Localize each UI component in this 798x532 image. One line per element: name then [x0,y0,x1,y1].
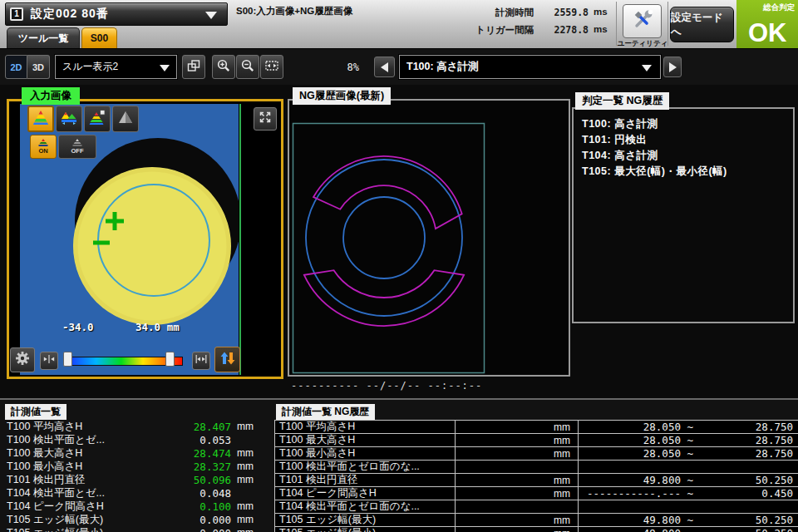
measure-name: T105 エッジ幅(最大) [0,513,155,527]
zoom-in-button[interactable] [212,55,235,79]
fit-view-button[interactable] [260,55,283,79]
view-name-label: S00:入力画像+NG履歴画像 [236,5,352,17]
display-mode-dropdown[interactable]: スルー表示2 [55,55,177,79]
limit-row-name: T105 エッジ幅(最大) [275,513,454,527]
chevron-down-icon [642,65,652,71]
display-mode-buttons [27,106,139,132]
limit-row-low: 28.050 ~ [577,447,693,460]
overlay-on-button[interactable]: ON [30,135,57,159]
scale-min-label: -34.0 [62,321,94,333]
gray-image-button[interactable] [112,106,139,132]
measure-time-value: 2559.8 [534,7,589,19]
image-edge-line [239,104,241,375]
measure-value: 0.048 [155,487,231,500]
measure-unit: mm [231,421,264,432]
display-region-button[interactable] [182,55,205,79]
arrow-left-icon [381,62,388,72]
settings-button[interactable] [10,347,35,372]
measure-list-title: 計測値一覧 [5,404,66,420]
measure-name: T100 検出平面とゼ... [0,433,155,447]
limit-row-low: 49.800 ~ [577,527,693,532]
zoom-out-icon [240,58,255,76]
limit-row-unit: mm [454,448,577,460]
limit-row-high: 50.250 [693,474,798,486]
trigger-interval-label: トリガー間隔 [459,24,534,37]
scale-direction-button[interactable] [214,347,240,372]
table-row: T105 エッジ幅(最大) mm 49.800 ~ 50.250 [275,513,798,526]
measure-row: T104 検出平面とゼ... 0.048 [0,486,274,500]
overlay-off-label: OFF [71,148,84,155]
height-zero-plane-button[interactable] [84,106,111,132]
height-profile-button[interactable] [56,106,82,132]
setup-mode-button[interactable]: 設定モードへ [670,7,734,42]
view-3d-button[interactable]: 3D [27,55,50,79]
limit-row-low: 28.050 ~ [577,434,693,446]
scale-expand-button[interactable] [192,352,210,370]
zoom-level-value: 8% [329,62,359,73]
height-mountains-icon [61,109,77,129]
limit-row-unit: mm [454,515,577,526]
ng-image-panel[interactable] [288,99,570,377]
measure-value: 0.100 [155,500,231,513]
scale-compress-button[interactable] [40,352,58,370]
ng-limit-table-title: 計測値一覧 NG履歴 [276,404,375,420]
measure-name: T100 最小高さH [0,460,155,474]
table-row: T104 ピーク間高さH mm -----------.--- ~ 0.450 [275,486,798,500]
measure-row: T100 平均高さH 28.407 mm [0,420,274,433]
scale-max-label: 34.0 mm [135,321,180,333]
measure-name: T101 検出円直径 [0,473,155,487]
table-row: T101 検出円直径 mm 49.800 ~ 50.250 [275,473,798,486]
fullscreen-button[interactable] [254,107,277,131]
chevron-down-icon [205,12,217,19]
limit-row-name: T105 エッジ幅(最小) [275,526,454,532]
tool-select-dropdown[interactable]: T100: 高さ計測 [399,55,661,79]
limit-row-unit: mm [454,475,577,486]
table-row: T100 最大高さH mm 28.050 ~ 28.750 [275,433,798,446]
table-divider [578,420,579,532]
expand-horizontal-icon [195,352,208,369]
titlebar: 1 設定002 80番 S00:入力画像+NG履歴画像 計測時間 2559.8 … [0,0,798,48]
measurement-section: 計測値一覧 T100 平均高さH 28.407 mm T100 検出平面とゼ..… [0,398,798,532]
slider-handle-min[interactable] [63,352,72,367]
limit-row-name: T100 検出平面とゼロ面のな... [275,460,454,474]
ng-image-content [289,101,569,375]
measure-row: T101 検出円直径 50.096 mm [0,473,274,486]
slider-handle-max[interactable] [165,352,175,367]
height-image-button[interactable] [27,106,54,132]
measure-value: 0.000 [155,527,231,532]
measure-value: 28.474 [155,447,231,460]
program-number-badge: 1 [10,7,23,21]
ng-limit-table: T100 平均高さH mm 28.050 ~ 28.750 T100 最大高さH… [274,420,798,532]
utility-button[interactable] [623,4,662,38]
table-divider [455,420,456,532]
overlay-off-button[interactable]: OFF [58,135,96,159]
overall-judge-label: 総合判定 [763,2,795,13]
input-image-title: 入力画像 [22,87,80,105]
judge-list-title: 判定一覧 NG履歴 [575,92,669,110]
height-range-slider[interactable] [62,350,188,372]
judge-list-panel: T100: 高さ計測 T101: 円検出 T104: 高さ計測 T105: 最大… [572,107,795,323]
table-row: T100 平均高さH mm 28.050 ~ 28.750 [275,420,798,433]
measure-unit: mm [231,474,264,485]
height-pyramid-icon [32,109,49,129]
table-row: T100 最小高さH mm 28.050 ~ 28.750 [275,446,798,460]
zoom-button-group [212,55,283,79]
vision-system-screen: 1 設定002 80番 S00:入力画像+NG履歴画像 計測時間 2559.8 … [0,0,798,532]
table-row: T104 検出平面とゼロ面のな... [275,500,798,513]
tab-s00[interactable]: S00 [81,27,117,48]
measure-row: T104 ピーク間高さH 0.100 mm [0,500,274,513]
measure-name: T105 エッジ幅(最小) [0,526,155,532]
limit-row-low: 49.800 ~ [577,514,693,526]
overlay-toggle-group: ON OFF [30,135,96,159]
view-2d-button[interactable]: 2D [5,55,27,79]
overall-judge-value: OK [748,18,787,48]
prev-tool-button[interactable] [374,57,395,77]
next-tool-button[interactable] [663,57,682,77]
measure-name: T104 ピーク間高さH [0,500,155,514]
program-select-dropdown[interactable]: 1 設定002 80番 [5,2,228,26]
zoom-out-button[interactable] [236,55,259,79]
region-icon [186,58,201,76]
compress-arrows-icon [42,352,56,369]
tab-tool-list[interactable]: ツール一覧 [7,27,80,48]
view-dimension-group: 2D 3D [5,55,50,79]
